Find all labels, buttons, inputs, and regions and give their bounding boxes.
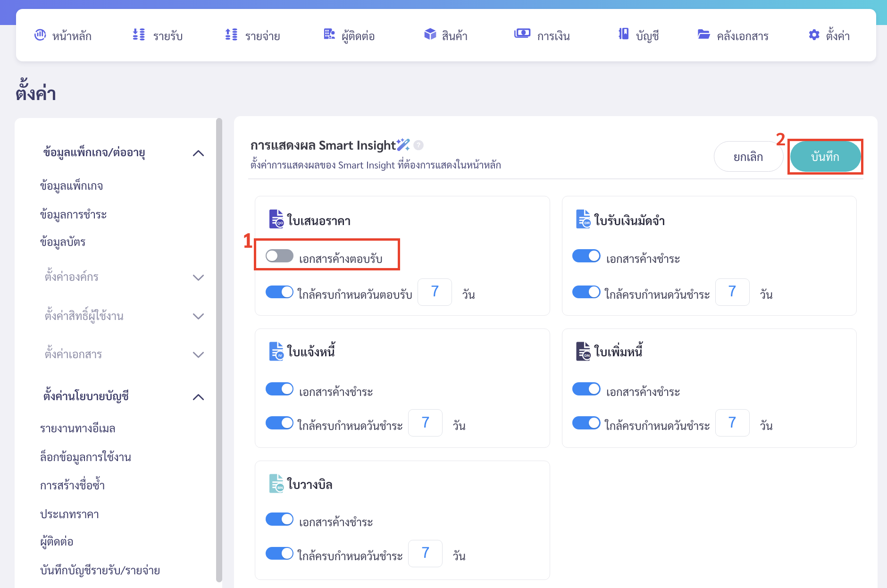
svg-text:BN: BN xyxy=(277,486,283,490)
